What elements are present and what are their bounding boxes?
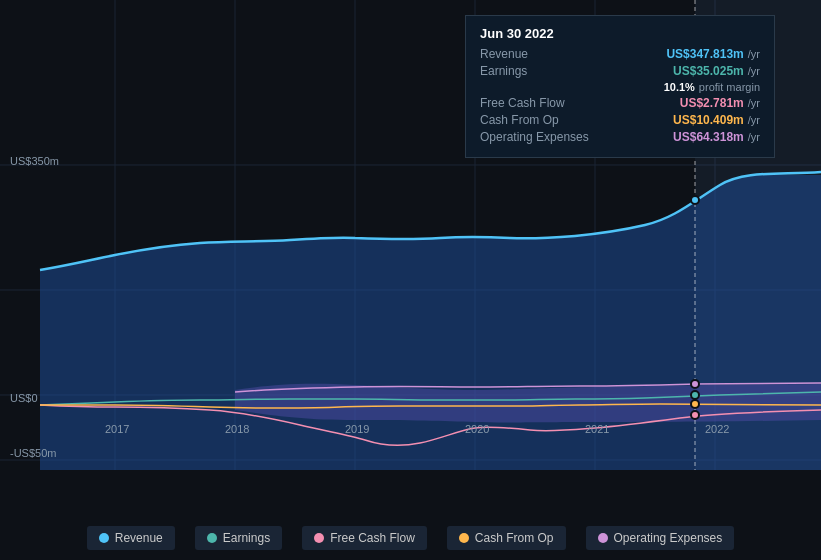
tooltip-cashop-value: US$10.409m xyxy=(673,113,744,127)
tooltip-revenue-value: US$347.813m xyxy=(666,47,743,61)
legend-dot-revenue xyxy=(99,533,109,543)
svg-point-15 xyxy=(691,411,699,419)
legend-label-revenue: Revenue xyxy=(115,531,163,545)
y-axis-zero-label: US$0 xyxy=(10,392,38,404)
x-label-2021: 2021 xyxy=(585,423,609,435)
y-axis-neg-label: -US$50m xyxy=(10,447,56,459)
legend-label-opex: Operating Expenses xyxy=(614,531,723,545)
legend-item-fcf[interactable]: Free Cash Flow xyxy=(302,526,427,550)
svg-point-16 xyxy=(691,400,699,408)
tooltip-box: Jun 30 2022 Revenue US$347.813m/yr Earni… xyxy=(465,15,775,158)
tooltip-opex-value: US$64.318m xyxy=(673,130,744,144)
tooltip-date: Jun 30 2022 xyxy=(480,26,760,41)
legend-label-earnings: Earnings xyxy=(223,531,270,545)
svg-point-17 xyxy=(691,380,699,388)
tooltip-opex-unit: /yr xyxy=(748,131,760,143)
tooltip-earnings-row: Earnings US$35.025m/yr xyxy=(480,64,760,78)
tooltip-fcf-unit: /yr xyxy=(748,97,760,109)
x-label-2017: 2017 xyxy=(105,423,129,435)
legend-item-revenue[interactable]: Revenue xyxy=(87,526,175,550)
legend: Revenue Earnings Free Cash Flow Cash Fro… xyxy=(0,526,821,550)
tooltip-fcf-label: Free Cash Flow xyxy=(480,96,600,110)
legend-label-cashop: Cash From Op xyxy=(475,531,554,545)
legend-dot-cashop xyxy=(459,533,469,543)
tooltip-earnings-value: US$35.025m xyxy=(673,64,744,78)
tooltip-opex-label: Operating Expenses xyxy=(480,130,600,144)
x-label-2018: 2018 xyxy=(225,423,249,435)
tooltip-revenue-row: Revenue US$347.813m/yr xyxy=(480,47,760,61)
tooltip-profit-margin-value: 10.1% xyxy=(664,81,695,93)
legend-item-opex[interactable]: Operating Expenses xyxy=(586,526,735,550)
tooltip-profit-margin-row: 10.1% profit margin xyxy=(480,81,760,93)
legend-label-fcf: Free Cash Flow xyxy=(330,531,415,545)
tooltip-cashop-label: Cash From Op xyxy=(480,113,600,127)
tooltip-profit-margin-label: profit margin xyxy=(699,81,760,93)
tooltip-revenue-label: Revenue xyxy=(480,47,600,61)
tooltip-cashop-row: Cash From Op US$10.409m/yr xyxy=(480,113,760,127)
y-axis-top-label: US$350m xyxy=(10,155,59,167)
tooltip-opex-row: Operating Expenses US$64.318m/yr xyxy=(480,130,760,144)
legend-dot-earnings xyxy=(207,533,217,543)
tooltip-fcf-row: Free Cash Flow US$2.781m/yr xyxy=(480,96,760,110)
svg-point-14 xyxy=(691,391,699,399)
tooltip-revenue-unit: /yr xyxy=(748,48,760,60)
tooltip-earnings-label: Earnings xyxy=(480,64,600,78)
svg-point-13 xyxy=(691,196,699,204)
x-label-2020: 2020 xyxy=(465,423,489,435)
legend-dot-opex xyxy=(598,533,608,543)
x-label-2019: 2019 xyxy=(345,423,369,435)
tooltip-earnings-unit: /yr xyxy=(748,65,760,77)
chart-area: US$350m US$0 -US$50m 2017 2018 2019 2020… xyxy=(0,0,821,500)
legend-dot-fcf xyxy=(314,533,324,543)
tooltip-fcf-value: US$2.781m xyxy=(680,96,744,110)
tooltip-cashop-unit: /yr xyxy=(748,114,760,126)
legend-item-cashop[interactable]: Cash From Op xyxy=(447,526,566,550)
legend-item-earnings[interactable]: Earnings xyxy=(195,526,282,550)
x-label-2022: 2022 xyxy=(705,423,729,435)
